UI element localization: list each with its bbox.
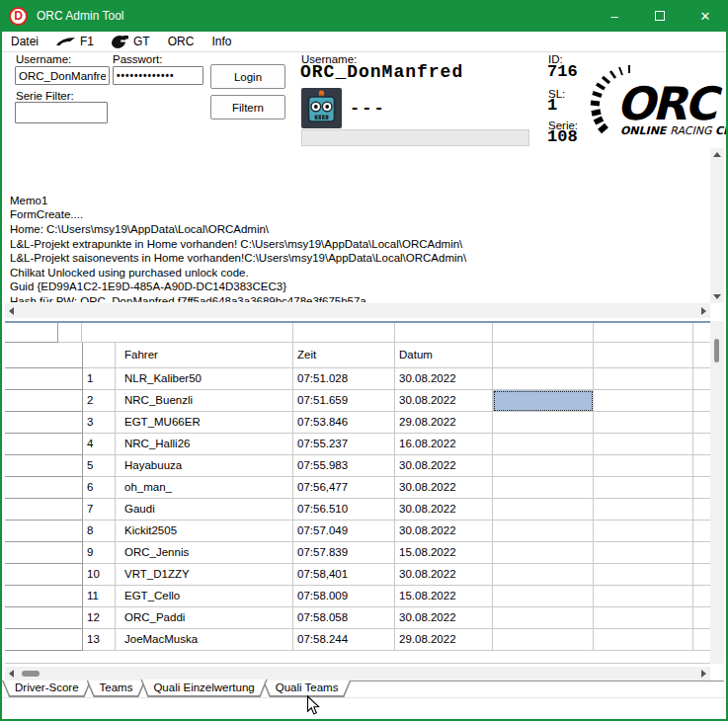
cell-fahrer[interactable]: Gaudi — [116, 499, 293, 521]
cell-fahrer[interactable]: NRC_Halli26 — [116, 434, 293, 455]
filtern-button[interactable]: Filtern — [210, 95, 285, 120]
cell-datum[interactable]: 30.08.2022 — [395, 499, 493, 521]
menu-orc[interactable]: ORC — [159, 33, 203, 50]
serie-filter-input[interactable] — [15, 102, 108, 123]
menu-info[interactable]: Info — [202, 33, 240, 50]
cell-datum[interactable]: 29.08.2022 — [395, 412, 493, 434]
cell-position[interactable]: 7 — [83, 499, 116, 521]
cell-fahrer[interactable]: EGT_Cello — [116, 586, 293, 607]
cell-empty[interactable] — [493, 499, 594, 521]
cell-zeit[interactable]: 07:58.244 — [293, 629, 395, 651]
cell-datum[interactable]: 30.08.2022 — [395, 477, 493, 499]
cell-empty[interactable] — [493, 629, 594, 651]
cell-datum[interactable]: 30.08.2022 — [395, 368, 493, 390]
table-row[interactable]: 5 Hayabuuza 07:55.983 30.08.2022 — [5, 455, 710, 477]
table-row[interactable]: 10 VRT_D1ZZY 07:58,401 30.08.2022 — [5, 564, 710, 586]
cell-empty[interactable] — [594, 499, 693, 521]
login-button[interactable]: Login — [210, 64, 285, 89]
header-zeit[interactable]: Zeit — [293, 343, 395, 368]
log-memo[interactable]: Memo1FormCreate....Home: C:\Users\msy19\… — [5, 148, 724, 318]
cell-fahrer[interactable]: ORC_Paddi — [116, 607, 293, 629]
cell-zeit[interactable]: 07:56,477 — [293, 477, 395, 499]
cell-empty[interactable] — [594, 434, 693, 455]
cell-datum[interactable]: 30.08.2022 — [395, 607, 493, 629]
cell-fahrer[interactable]: JoeMacMuska — [116, 629, 293, 651]
memo-vertical-scrollbar[interactable] — [710, 148, 724, 303]
tab[interactable]: Driver-Score — [2, 681, 92, 697]
scrollbar-thumb[interactable] — [714, 339, 719, 362]
cell-datum[interactable]: 29.08.2022 — [395, 629, 493, 651]
cell-empty[interactable] — [594, 477, 693, 499]
maximize-button[interactable] — [637, 0, 683, 32]
cell-empty[interactable] — [493, 390, 594, 412]
cell-zeit[interactable]: 07:58.058 — [293, 607, 395, 629]
cell-fahrer[interactable]: EGT_MU66ER — [116, 412, 293, 434]
cell-datum[interactable]: 30.08.2022 — [395, 455, 493, 477]
cell-fahrer[interactable]: ORC_Jennis — [116, 542, 293, 564]
cell-empty[interactable] — [594, 629, 693, 651]
cell-datum[interactable]: 15.08.2022 — [395, 586, 493, 607]
cell-empty[interactable] — [594, 542, 693, 564]
cell-empty[interactable] — [493, 368, 594, 390]
cell-empty[interactable] — [493, 586, 594, 607]
cell-position[interactable]: 3 — [83, 412, 116, 434]
scrollbar-thumb[interactable] — [22, 671, 40, 677]
minimize-button[interactable]: – — [592, 0, 637, 32]
cell-position[interactable]: 13 — [83, 629, 116, 651]
cell-empty[interactable] — [594, 586, 693, 607]
cell-position[interactable]: 11 — [83, 586, 116, 607]
scroll-left-icon[interactable] — [9, 670, 14, 678]
scroll-down-icon[interactable] — [713, 294, 721, 299]
cell-fahrer[interactable]: NRC_Buenzli — [116, 390, 293, 412]
password-input[interactable] — [113, 66, 203, 85]
cell-empty[interactable] — [594, 412, 693, 434]
cell-position[interactable]: 12 — [83, 607, 116, 629]
cell-zeit[interactable]: 07:55.237 — [293, 434, 395, 455]
cell-position[interactable]: 9 — [83, 542, 116, 564]
cell-datum[interactable]: 15.08.2022 — [395, 542, 493, 564]
cell-zeit[interactable]: 07:56.510 — [293, 499, 395, 521]
tab[interactable]: Teams — [87, 681, 146, 697]
cell-fahrer[interactable]: oh_man_ — [116, 477, 293, 499]
cell-empty[interactable] — [594, 455, 693, 477]
cell-zeit[interactable]: 07:57.839 — [293, 542, 395, 564]
scroll-left-icon[interactable] — [9, 307, 14, 315]
memo-horizontal-scrollbar[interactable] — [5, 303, 710, 318]
cell-fahrer[interactable]: NLR_Kaliber50 — [116, 368, 293, 390]
cell-datum[interactable]: 30.08.2022 — [395, 564, 493, 586]
cell-position[interactable]: 6 — [83, 477, 116, 499]
cell-position[interactable]: 2 — [83, 390, 116, 412]
cell-zeit[interactable]: 07:55.983 — [293, 455, 395, 477]
cell-zeit[interactable]: 07:58.009 — [293, 586, 395, 607]
table-row[interactable]: 6 oh_man_ 07:56,477 30.08.2022 — [5, 477, 710, 499]
table-row[interactable]: 9 ORC_Jennis 07:57.839 15.08.2022 — [5, 542, 710, 564]
header-fahrer[interactable]: Fahrer — [116, 343, 293, 368]
scroll-right-icon[interactable] — [701, 670, 706, 678]
grid-vertical-scrollbar[interactable] — [710, 321, 724, 664]
username-input[interactable] — [15, 66, 110, 85]
table-row[interactable]: 4 NRC_Halli26 07:55.237 16.08.2022 — [5, 434, 710, 455]
cell-empty[interactable] — [594, 564, 693, 586]
scroll-right-icon[interactable] — [701, 307, 706, 315]
cell-position[interactable]: 5 — [83, 455, 116, 477]
menu-gt[interactable]: GT — [103, 33, 159, 50]
cell-datum[interactable]: 16.08.2022 — [395, 434, 493, 455]
cell-empty[interactable] — [493, 477, 594, 499]
table-row[interactable]: 3 EGT_MU66ER 07:53.846 29.08.2022 — [5, 412, 710, 434]
cell-fahrer[interactable]: VRT_D1ZZY — [116, 564, 293, 586]
cell-datum[interactable]: 30.08.2022 — [395, 390, 493, 412]
cell-position[interactable]: 1 — [83, 368, 116, 390]
cell-empty[interactable] — [594, 607, 693, 629]
header-datum[interactable]: Datum — [395, 343, 493, 368]
cell-empty[interactable] — [493, 542, 594, 564]
cell-fahrer[interactable]: Kickit2505 — [116, 521, 293, 542]
table-row[interactable]: 13 JoeMacMuska 07:58.244 29.08.2022 — [5, 629, 710, 651]
cell-position[interactable]: 10 — [83, 564, 116, 586]
menu-datei[interactable]: Datei — [2, 33, 47, 50]
cell-zeit[interactable]: 07:51.028 — [293, 368, 395, 390]
cell-empty[interactable] — [594, 390, 693, 412]
cell-zeit[interactable]: 07:51.659 — [293, 390, 395, 412]
cell-empty[interactable] — [594, 368, 693, 390]
grid-horizontal-scrollbar[interactable] — [5, 667, 710, 681]
cell-empty[interactable] — [493, 564, 594, 586]
